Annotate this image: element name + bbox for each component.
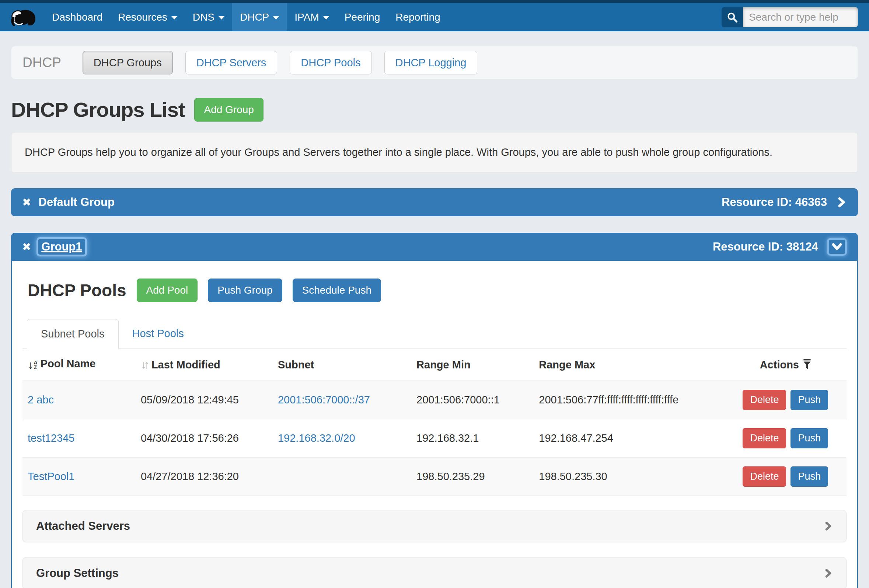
page-title: DHCP Groups List (11, 98, 185, 121)
nav-label: Reporting (396, 12, 440, 23)
pools-table: ↓ AZ Pool Name ↓↑Last Modified Subnet Ra… (22, 349, 847, 496)
filter-icon[interactable] (803, 359, 811, 370)
page-container: DHCP DHCP Groups DHCP Servers DHCP Pools… (11, 46, 858, 588)
group-bar-group1[interactable]: ✖ Group1 Resource ID: 38124 (11, 233, 858, 261)
group-bar-left: ✖ Group1 (22, 239, 85, 255)
cell-last-modified: 04/27/2018 12:36:20 (136, 458, 273, 496)
nav-dashboard[interactable]: Dashboard (44, 3, 110, 31)
header-pool-name[interactable]: ↓ AZ Pool Name (22, 349, 136, 381)
group-name-link[interactable]: Group1 (39, 239, 85, 255)
header-actions[interactable]: Actions (737, 349, 847, 381)
subnet-link[interactable]: 2001:506:7000::/37 (278, 394, 370, 406)
remove-group-icon[interactable]: ✖ (22, 197, 31, 208)
group1-body: DHCP Pools Add Pool Push Group Schedule … (11, 261, 858, 588)
app-logo[interactable] (10, 3, 38, 31)
nav-peering[interactable]: Peering (337, 3, 388, 31)
header-range-max[interactable]: Range Max (534, 349, 737, 381)
delete-button[interactable]: Delete (743, 390, 786, 410)
group-bar-left: ✖ Default Group (22, 196, 115, 209)
chevron-right-icon (823, 521, 833, 532)
collapse-toggle-button[interactable] (827, 238, 847, 256)
accordion-group-settings[interactable]: Group Settings (22, 557, 847, 588)
tab-dhcp-logging[interactable]: DHCP Logging (384, 51, 478, 74)
accordion-attached-servers[interactable]: Attached Servers (22, 510, 847, 542)
header-subnet[interactable]: Subnet (273, 349, 411, 381)
remove-group-icon[interactable]: ✖ (22, 242, 31, 252)
header-last-modified[interactable]: ↓↑Last Modified (136, 349, 273, 381)
add-group-button[interactable]: Add Group (194, 98, 263, 121)
nav-reporting[interactable]: Reporting (388, 3, 448, 31)
cell-range-max: 2001:506:77ff:ffff:ffff:ffff:ffff:fffe (534, 381, 737, 419)
push-button[interactable]: Push (790, 390, 828, 410)
top-navbar: Dashboard Resources DNS DHCP IPAM Peerin… (0, 3, 869, 31)
chevron-down-icon (831, 242, 842, 252)
cell-subnet: 192.168.32.0/20 (273, 419, 411, 458)
cell-pool-name: test12345 (22, 419, 136, 458)
cell-range-min: 198.50.235.29 (411, 458, 534, 496)
search-button[interactable] (722, 7, 743, 27)
pool-tabs: Subnet Pools Host Pools (22, 319, 847, 349)
cell-actions: DeletePush (737, 458, 847, 496)
cell-subnet (273, 458, 411, 496)
accordion-title: Attached Servers (36, 520, 130, 533)
description-well: DHCP Groups help you to organize all of … (11, 132, 858, 173)
sort-icon: ↓↑ (141, 358, 147, 371)
sort-alpha-icon: ↓ AZ (28, 358, 38, 372)
push-button[interactable]: Push (790, 428, 828, 448)
search-group (722, 7, 858, 27)
header-range-min[interactable]: Range Min (411, 349, 534, 381)
table-row: 2 abc 05/09/2018 12:49:45 2001:506:7000:… (22, 381, 847, 419)
group-name: Default Group (39, 196, 115, 209)
tab-subnet-pools[interactable]: Subnet Pools (27, 319, 119, 349)
resource-id-label: Resource ID: 38124 (713, 240, 818, 253)
subnet-link[interactable]: 192.168.32.0/20 (278, 432, 355, 444)
table-row: TestPool1 04/27/2018 12:36:20 198.50.235… (22, 458, 847, 496)
tab-dhcp-pools[interactable]: DHCP Pools (290, 51, 371, 74)
dhcp-tabbar: DHCP DHCP Groups DHCP Servers DHCP Pools… (11, 46, 858, 79)
cell-pool-name: 2 abc (22, 381, 136, 419)
group-bar-right: Resource ID: 46363 (722, 196, 847, 209)
push-group-button[interactable]: Push Group (208, 278, 282, 302)
nav-label: Resources (118, 12, 167, 23)
search-input[interactable] (743, 7, 858, 27)
tab-host-pools[interactable]: Host Pools (119, 319, 197, 348)
cell-actions: DeletePush (737, 419, 847, 458)
mammoth-logo-icon (10, 7, 38, 28)
nav-dns[interactable]: DNS (185, 3, 232, 31)
schedule-push-button[interactable]: Schedule Push (293, 278, 381, 302)
tab-dhcp-groups[interactable]: DHCP Groups (83, 51, 173, 74)
pool-name-link[interactable]: 2 abc (28, 394, 54, 406)
caret-down-icon (171, 16, 177, 19)
nav-ipam[interactable]: IPAM (287, 3, 337, 31)
pools-head: DHCP Pools Add Pool Push Group Schedule … (22, 261, 847, 302)
resource-id-label: Resource ID: 46363 (722, 196, 827, 209)
section-label: DHCP (22, 55, 61, 70)
pool-name-link[interactable]: test12345 (28, 432, 74, 444)
group-bar-default[interactable]: ✖ Default Group Resource ID: 46363 (11, 188, 858, 216)
nav-label: DNS (193, 12, 215, 23)
search-icon (727, 12, 738, 23)
nav-label: DHCP (240, 12, 269, 23)
nav-label: Dashboard (52, 12, 102, 23)
pools-title: DHCP Pools (28, 280, 126, 300)
nav-dhcp[interactable]: DHCP (232, 3, 287, 31)
cell-subnet: 2001:506:7000::/37 (273, 381, 411, 419)
cell-range-max: 192.168.47.254 (534, 419, 737, 458)
add-pool-button[interactable]: Add Pool (137, 278, 198, 302)
nav-label: IPAM (294, 12, 319, 23)
caret-down-icon (323, 16, 329, 19)
cell-range-min: 2001:506:7000::1 (411, 381, 534, 419)
push-button[interactable]: Push (790, 467, 828, 487)
pool-name-link[interactable]: TestPool1 (28, 471, 74, 482)
tab-dhcp-servers[interactable]: DHCP Servers (185, 51, 277, 74)
chevron-right-icon[interactable] (836, 196, 847, 209)
nav-resources[interactable]: Resources (110, 3, 185, 31)
group-bar-right: Resource ID: 38124 (713, 238, 847, 256)
cell-last-modified: 04/30/2018 17:56:26 (136, 419, 273, 458)
delete-button[interactable]: Delete (743, 467, 786, 487)
delete-button[interactable]: Delete (743, 428, 786, 448)
tabbar-buttons: DHCP Groups DHCP Servers DHCP Pools DHCP… (83, 51, 478, 74)
navbar-top-strip (0, 0, 869, 3)
cell-last-modified: 05/09/2018 12:49:45 (136, 381, 273, 419)
cell-range-min: 192.168.32.1 (411, 419, 534, 458)
